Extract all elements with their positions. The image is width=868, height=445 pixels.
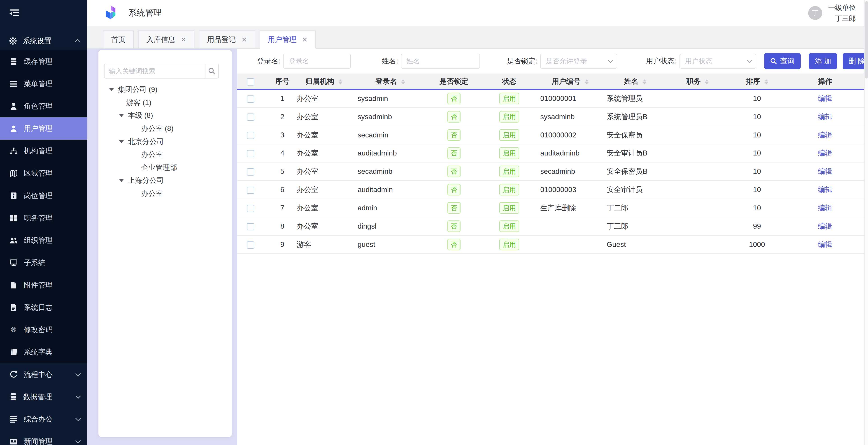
sort-icon[interactable] xyxy=(339,80,342,85)
col-num: 序号 xyxy=(271,74,293,89)
tab-user-management[interactable]: 用户管理 ✕ xyxy=(259,30,316,49)
col-sort[interactable]: 排序 xyxy=(728,74,786,89)
col-duty[interactable]: 职务 xyxy=(667,74,728,89)
login-name-input[interactable] xyxy=(283,54,350,68)
row-checkbox[interactable] xyxy=(247,168,254,176)
row-checkbox[interactable] xyxy=(247,187,254,194)
scrollbar-thumb[interactable] xyxy=(865,1,868,78)
header-user-area[interactable]: 丁 一级单位 丁三郎 xyxy=(808,2,856,24)
locked-badge: 否 xyxy=(447,93,461,104)
chevron-down-icon xyxy=(747,58,752,63)
sidebar-submenu: 缓存管理 菜单管理 角色管理 用户管理 机构管理 区域管理 xyxy=(0,50,87,363)
tree-node-office-beijing[interactable]: 办公室 xyxy=(98,148,232,161)
tree-search-input[interactable] xyxy=(104,64,205,78)
chevron-down-icon xyxy=(75,371,81,376)
sidebar-group-news[interactable]: 新闻管理 xyxy=(0,430,87,445)
sort-icon[interactable] xyxy=(401,80,405,85)
table-row: 4 办公室 auditadminb 否 启用 auditadminb 安全审计员… xyxy=(237,144,864,162)
add-button[interactable]: 添 加 xyxy=(809,53,837,69)
sidebar-item-group[interactable]: 组织管理 xyxy=(0,229,87,252)
sidebar-item-cache[interactable]: 缓存管理 xyxy=(0,50,87,73)
edit-link[interactable]: 编辑 xyxy=(818,204,832,212)
close-icon[interactable]: ✕ xyxy=(302,36,308,43)
sidebar-item-organization[interactable]: 机构管理 xyxy=(0,140,87,162)
sidebar-item-subsystem[interactable]: 子系统 xyxy=(0,252,87,274)
row-checkbox[interactable] xyxy=(247,132,254,139)
row-checkbox[interactable] xyxy=(247,114,254,121)
password-registered-icon: ® xyxy=(9,326,18,334)
sidebar-group-process-center[interactable]: 流程中心 xyxy=(0,363,87,386)
sidebar-item-menu[interactable]: 菜单管理 xyxy=(0,73,87,95)
sidebar-group-system-settings[interactable]: 系统设置 xyxy=(0,32,87,50)
col-login[interactable]: 登录名 xyxy=(354,74,426,89)
edit-link[interactable]: 编辑 xyxy=(818,240,832,249)
close-icon[interactable]: ✕ xyxy=(241,36,247,43)
sidebar-item-region[interactable]: 区域管理 xyxy=(0,162,87,184)
avatar[interactable]: 丁 xyxy=(808,6,822,20)
chevron-up-icon xyxy=(74,39,80,44)
sidebar-item-role[interactable]: 角色管理 xyxy=(0,95,87,117)
col-org[interactable]: 归属机构 xyxy=(293,74,354,89)
sort-icon[interactable] xyxy=(765,80,768,85)
sidebar-item-syslog[interactable]: 系统日志 xyxy=(0,296,87,319)
vertical-scrollbar[interactable] xyxy=(864,0,868,445)
cache-database-icon xyxy=(9,57,18,66)
select-all-checkbox[interactable] xyxy=(247,78,254,86)
tree-node-office-shanghai[interactable]: 办公室 xyxy=(98,187,232,200)
tree-node-beijing-branch[interactable]: 北京分公司 xyxy=(98,135,232,148)
row-checkbox[interactable] xyxy=(247,205,254,212)
edit-link[interactable]: 编辑 xyxy=(818,94,832,102)
org-sitemap-icon xyxy=(9,147,18,155)
row-checkbox[interactable] xyxy=(247,223,254,230)
tab-home[interactable]: 首页 xyxy=(103,30,134,49)
status-badge: 启用 xyxy=(499,184,519,195)
edit-link[interactable]: 编辑 xyxy=(818,222,832,230)
edit-link[interactable]: 编辑 xyxy=(818,131,832,139)
sidebar-group-data-management[interactable]: 数据管理 xyxy=(0,386,87,408)
status-badge: 启用 xyxy=(499,93,519,104)
col-name[interactable]: 姓名 xyxy=(603,74,667,89)
sidebar-item-post[interactable]: 岗位管理 xyxy=(0,185,87,207)
search-button[interactable]: 查询 xyxy=(764,53,801,69)
name-input[interactable] xyxy=(401,54,480,68)
sidebar-item-password[interactable]: ® 修改密码 xyxy=(0,319,87,341)
attachment-file-icon xyxy=(9,281,18,289)
collapse-sidebar-icon[interactable] xyxy=(8,7,21,20)
row-checkbox[interactable] xyxy=(247,150,254,157)
locked-badge: 否 xyxy=(447,220,461,232)
locked-badge: 否 xyxy=(447,147,461,159)
group-users-icon xyxy=(9,236,18,245)
user-status-select[interactable]: 用户状态 xyxy=(680,54,756,69)
tree-node-guest[interactable]: 游客 (1) xyxy=(98,96,232,109)
caret-down-icon[interactable] xyxy=(119,179,124,182)
tree-node-enterprise-dept[interactable]: 企业管理部 xyxy=(98,161,232,174)
tab-inbound-info[interactable]: 入库信息 ✕ xyxy=(138,30,194,49)
col-user-no[interactable]: 用户编号 xyxy=(537,74,603,89)
caret-down-icon[interactable] xyxy=(109,88,114,91)
sidebar-item-user-management[interactable]: 用户管理 xyxy=(0,117,87,140)
row-checkbox[interactable] xyxy=(247,95,254,103)
edit-link[interactable]: 编辑 xyxy=(818,113,832,121)
edit-link[interactable]: 编辑 xyxy=(818,149,832,157)
sort-icon[interactable] xyxy=(643,80,646,85)
sidebar-item-duty[interactable]: 职务管理 xyxy=(0,207,87,229)
tree-node-office-8[interactable]: 办公室 (8) xyxy=(98,122,232,135)
tree-node-local-level[interactable]: 本级 (8) xyxy=(98,109,232,122)
tree-node-shanghai-branch[interactable]: 上海分公司 xyxy=(98,174,232,187)
tree-node-group-company[interactable]: 集团公司 (9) xyxy=(98,83,232,96)
search-icon[interactable] xyxy=(205,64,218,78)
caret-down-icon[interactable] xyxy=(119,140,124,143)
sidebar-item-dictionary[interactable]: 系统字典 xyxy=(0,341,87,363)
name-field xyxy=(401,54,480,69)
edit-link[interactable]: 编辑 xyxy=(818,167,832,175)
caret-down-icon[interactable] xyxy=(119,114,124,117)
tab-supplies-register[interactable]: 用品登记 ✕ xyxy=(199,30,255,49)
sort-icon[interactable] xyxy=(705,80,709,85)
sidebar-item-attachment[interactable]: 附件管理 xyxy=(0,274,87,296)
close-icon[interactable]: ✕ xyxy=(181,36,186,43)
sidebar-group-office[interactable]: 综合办公 xyxy=(0,408,87,430)
sort-icon[interactable] xyxy=(585,80,589,85)
edit-link[interactable]: 编辑 xyxy=(818,186,832,194)
row-checkbox[interactable] xyxy=(247,242,254,249)
locked-select[interactable]: 是否允许登录 xyxy=(540,54,617,69)
